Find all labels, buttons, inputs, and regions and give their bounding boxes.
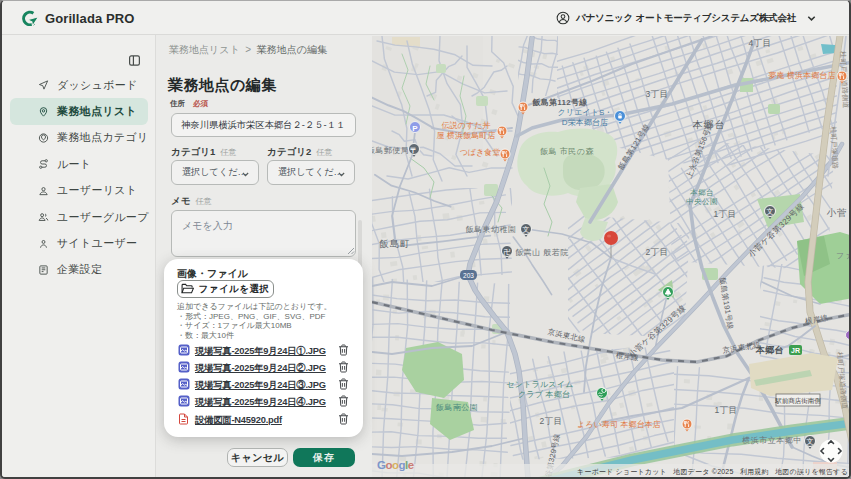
svg-text:屋 横浜飯島町店: 屋 横浜飯島町店 (436, 131, 495, 140)
svg-text:ファミ: ファミ (836, 251, 851, 260)
svg-text:1丁目: 1丁目 (713, 209, 736, 219)
svg-text:飯島町: 飯島町 (379, 238, 411, 249)
svg-text:つばき食堂: つばき食堂 (459, 148, 500, 157)
svg-text:飯島第121号線: 飯島第121号線 (616, 122, 652, 172)
svg-text:根岸線: 根岸線 (615, 350, 639, 362)
svg-text:小菅ケ谷第329号線: 小菅ケ谷第329号線 (627, 303, 688, 359)
svg-text:文: 文 (767, 207, 774, 215)
svg-text:3丁目: 3丁目 (645, 89, 668, 99)
svg-text:卍: 卍 (504, 248, 511, 256)
svg-text:駅前商店街南側: 駅前商店街南側 (774, 397, 821, 405)
svg-text:セントラルスイム: セントラルスイム (506, 380, 573, 389)
svg-text:本郷台: 本郷台 (690, 188, 714, 197)
svg-text:飯島第191号線: 飯島第191号線 (718, 276, 735, 330)
svg-text:D栄本郷台店: D栄本郷台店 (562, 118, 608, 127)
svg-text:飯嵩山 般若院: 飯嵩山 般若院 (515, 248, 569, 257)
svg-text:横浜市立本郷中: 横浜市立本郷中 (741, 436, 802, 445)
svg-text:桂町戸塚道路側道: 桂町戸塚道路側道 (835, 351, 848, 410)
svg-text:よろい寿司 本郷台本店: よろい寿司 本郷台本店 (577, 420, 661, 429)
svg-text:本郷台: 本郷台 (755, 345, 785, 355)
svg-text:クラブ 本郷台: クラブ 本郷台 (518, 390, 570, 399)
svg-text:P: P (412, 124, 418, 133)
svg-text:中央公園: 中央公園 (686, 197, 718, 206)
svg-text:飯島第112号線: 飯島第112号線 (531, 98, 588, 107)
svg-text:1丁目: 1丁目 (714, 405, 737, 415)
svg-text:e: e (408, 459, 414, 471)
svg-text:本郷台: 本郷台 (692, 119, 725, 130)
svg-text:夢庵 横浜本郷台店: 夢庵 横浜本郷台店 (768, 71, 835, 80)
svg-text:京浜東北線: 京浜東北線 (547, 327, 587, 344)
svg-text:2丁目: 2丁目 (645, 247, 668, 257)
svg-text:キーボード ショートカット 地図データ ©2025: キーボード ショートカット 地図データ ©2025 利用規約 地図の誤りを報告す… (577, 468, 848, 476)
svg-text:〒: 〒 (410, 146, 418, 155)
svg-text:飯島東幼稚園: 飯島東幼稚園 (466, 225, 517, 234)
svg-text:飯島 市民の森: 飯島 市民の森 (540, 147, 594, 156)
svg-text:桂町戸塚道路: 桂町戸塚道路 (829, 125, 839, 170)
svg-text:4丁目: 4丁目 (748, 38, 771, 48)
svg-text:根岸線: 根岸線 (804, 313, 829, 326)
svg-text:クリエイトS・: クリエイトS・ (558, 108, 613, 117)
svg-text:小菅ケ谷第329号線: 小菅ケ谷第329号線 (747, 201, 806, 259)
svg-text:2丁目: 2丁目 (539, 416, 562, 426)
svg-text:203: 203 (463, 272, 474, 279)
svg-text:文: 文 (523, 225, 530, 233)
svg-text:文: 文 (807, 437, 814, 445)
svg-text:伝説のすた丼: 伝説のすた丼 (441, 121, 490, 130)
svg-text:飯島郵便局: 飯島郵便局 (372, 146, 409, 155)
svg-text:小菅: 小菅 (827, 207, 848, 218)
svg-text:飯島南公園: 飯島南公園 (436, 403, 479, 412)
svg-text:JR: JR (791, 347, 800, 354)
